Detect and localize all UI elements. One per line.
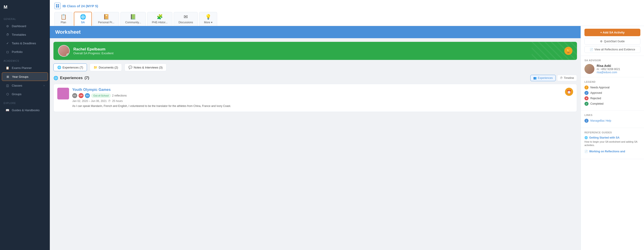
main-content: Worksheet Rachel Epelbaum Overall SA Pro… — [50, 26, 580, 250]
view-experiences-label: Experiences — [538, 76, 553, 80]
activity-tags: CC CR SA Out-of-School 2 reflections — [72, 93, 562, 98]
tasks-icon: ✓ — [6, 41, 10, 45]
rejected-label: Rejected — [590, 97, 601, 100]
working-reflections-link[interactable]: 📄 Working on Reflections and — [584, 150, 640, 153]
managebac-help-link[interactable]: 1 ManageBac Help — [584, 119, 640, 123]
sidebar-academics-label: Academics — [0, 56, 50, 64]
view-buttons: 👥 Experiences ⏱ Timeline — [530, 75, 577, 81]
add-sa-button[interactable]: + Add SA Activity — [584, 29, 640, 36]
documents-filter-icon: 📁 — [94, 66, 97, 69]
sidebar-item-tasks-deadlines[interactable]: ✓ Tasks & Deadlines — [2, 39, 48, 47]
legend-section: Legend ! Needs Approval ✓ Approved ✕ Rej… — [581, 77, 644, 111]
advisor-phone: m: +852 9208 8021 — [597, 68, 620, 71]
sidebar-item-groups[interactable]: ⬡ Groups — [2, 90, 48, 98]
sidebar-explore-label: Explore — [0, 98, 50, 106]
view-btn-timeline[interactable]: ⏱ Timeline — [557, 75, 577, 81]
activity-title[interactable]: Youth Olympic Games — [72, 88, 562, 92]
activity-date: Jan 02, 2020 – Jun 06, 2021 ⏱ 25 hours — [72, 100, 562, 103]
tab-community[interactable]: 📗 Community... — [120, 12, 146, 26]
right-sidebar: + Add SA Activity ⚙ QuickStart Guide 📄 V… — [580, 26, 644, 250]
getting-started-link[interactable]: 🌐 Getting Started with SA — [584, 136, 640, 139]
clock-icon: ⏱ — [108, 100, 111, 103]
groups-icon: ⬡ — [6, 92, 10, 96]
sidebar-item-label: Year Groups — [12, 75, 28, 78]
sidebar-item-portfolio[interactable]: ◻ Portfolio — [2, 48, 48, 56]
advisor-name: Risa Aoki — [597, 64, 620, 68]
timetables-icon: ⏱ — [6, 32, 10, 37]
sidebar-item-label: Groups — [12, 93, 22, 96]
portfolio-icon: ◻ — [6, 50, 10, 54]
view-reflections-button[interactable]: 📄 View all Reflections and Evidence — [584, 46, 640, 53]
view-reflections-label: View all Reflections and Evidence — [594, 48, 635, 51]
sidebar-item-label: Exams Planner — [12, 66, 32, 70]
sidebar-item-guides-handbooks[interactable]: 📖 Guides & Handbooks — [2, 106, 48, 114]
tab-phe-histor[interactable]: 🧩 PHE-Histor... — [147, 12, 172, 26]
sidebar-item-exams-planner[interactable]: 📋 Exams Planner — [2, 64, 48, 72]
quickstart-icon: ⚙ — [600, 40, 602, 43]
getting-started-label: Getting Started with SA — [589, 136, 620, 139]
advisor-email[interactable]: risa@eduvo.com — [597, 71, 620, 74]
tab-discussions[interactable]: ✉ Discussions — [174, 12, 198, 26]
tab-phe-label: PHE-Histor... — [152, 21, 168, 24]
experiences-filter-label: Experiences (7) — [62, 66, 83, 69]
content-area: Worksheet Rachel Epelbaum Overall SA Pro… — [50, 26, 644, 250]
links-section-title: Links — [584, 114, 640, 117]
tab-more-label: More ▾ — [204, 21, 212, 24]
sidebar-item-label: Guides & Handbooks — [12, 109, 40, 112]
approved-icon: ✓ — [584, 91, 588, 95]
plan-tab-icon: 📋 — [60, 14, 66, 20]
completed-label: Completed — [590, 102, 604, 105]
sidebar-item-label: Dashboard — [12, 24, 26, 28]
discussions-tab-icon: ✉ — [184, 14, 188, 20]
section-title: 🌐 Experiences (7) — [54, 76, 89, 81]
quickstart-button[interactable]: ⚙ QuickStart Guide — [584, 38, 640, 45]
legend-needs-approval: ! Needs Approval — [584, 85, 640, 90]
getting-started-icon: 🌐 — [584, 136, 588, 139]
filter-tab-notes[interactable]: 💬 Notes & Interviews (3) — [124, 64, 166, 71]
legend-completed: ✓ Completed — [584, 102, 640, 106]
class-header: IB Class of 24 (MYP 5) — [54, 3, 640, 9]
working-reflections-icon: 📄 — [584, 150, 588, 153]
tag-out-of-school: Out-of-School — [91, 94, 111, 98]
tab-personal-pr[interactable]: 📔 Personal Pr... — [93, 12, 119, 26]
sidebar-item-label: Portfolio — [12, 50, 23, 54]
view-btn-experiences[interactable]: 👥 Experiences — [530, 75, 556, 81]
filter-tab-documents[interactable]: 📁 Documents (2) — [90, 64, 122, 71]
tab-personal-label: Personal Pr... — [98, 21, 114, 24]
notes-filter-icon: 💬 — [128, 66, 132, 69]
sa-tab-icon: 🌐 — [80, 14, 86, 20]
managebac-help-label: ManageBac Help — [590, 119, 611, 122]
sidebar-item-classes[interactable]: ◫ Classes › — [2, 81, 48, 90]
working-reflections-label: Working on Reflections and — [589, 150, 625, 153]
documents-filter-label: Documents (2) — [99, 66, 118, 69]
getting-started-desc: How to begin your SA worksheet and addin… — [584, 140, 640, 147]
filter-tab-experiences[interactable]: 🌐 Experiences (7) — [54, 64, 87, 71]
tab-more[interactable]: 💡 More ▾ — [199, 12, 217, 26]
experiences-section-icon: 🌐 — [54, 76, 58, 81]
dashboard-icon: ⊙ — [6, 24, 10, 28]
sidebar-item-timetables[interactable]: ⏱ Timetables — [2, 30, 48, 39]
legend-section-title: Legend — [584, 81, 640, 83]
view-experiences-icon: 👥 — [533, 76, 537, 80]
sidebar-item-label: Classes — [12, 84, 22, 87]
sidebar-item-dashboard[interactable]: ⊙ Dashboard — [2, 22, 48, 30]
legend-approved: ✓ Approved — [584, 91, 640, 95]
right-sidebar-top: + Add SA Activity ⚙ QuickStart Guide 📄 V… — [581, 26, 644, 56]
tab-plan-label: Plan — [61, 21, 66, 24]
advisor-row: Risa Aoki m: +852 9208 8021 risa@eduvo.c… — [584, 64, 640, 74]
experiences-filter-icon: 🌐 — [57, 66, 61, 69]
experiences-section-header: 🌐 Experiences (7) 👥 Experiences ⏱ Timeli… — [54, 75, 577, 81]
links-section: Links 1 ManageBac Help — [581, 111, 644, 128]
classes-icon: ◫ — [6, 83, 10, 88]
tab-sa[interactable]: 🌐 SA — [74, 12, 92, 26]
student-name: Rachel Epelbaum — [73, 47, 114, 52]
main-area: IB Class of 24 (MYP 5) 📋 Plan 🌐 SA 📔 Per… — [50, 0, 644, 250]
tab-sa-label: SA — [81, 21, 85, 24]
tab-plan[interactable]: 📋 Plan — [54, 12, 72, 26]
filter-tabs: 🌐 Experiences (7) 📁 Documents (2) 💬 Note… — [54, 64, 577, 71]
sidebar-item-year-groups[interactable]: ⊞ Year Groups — [2, 72, 48, 81]
exams-icon: 📋 — [6, 66, 10, 70]
year-groups-icon: ⊞ — [6, 75, 10, 79]
personal-tab-icon: 📔 — [103, 14, 109, 20]
activity-clock-badge: ⏰ — [565, 88, 573, 96]
